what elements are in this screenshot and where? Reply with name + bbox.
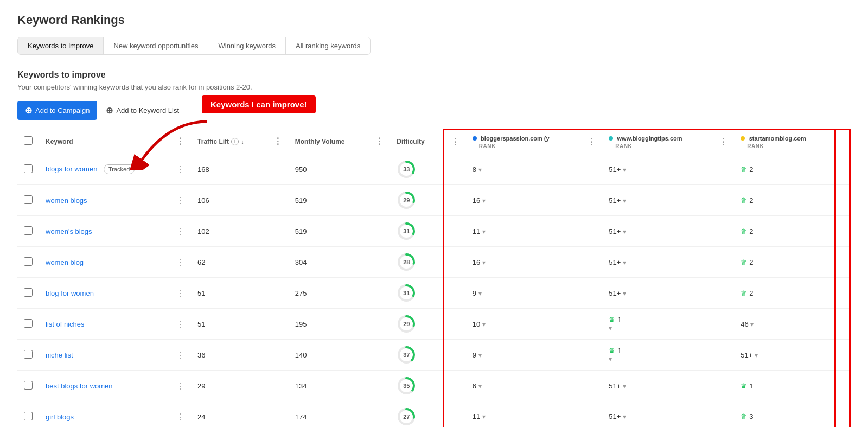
traffic-lift-info-icon[interactable]: i: [231, 138, 239, 145]
site2-rank-cell: 51+ ▾: [602, 185, 712, 216]
volume-col-menu[interactable]: ⋮: [375, 136, 384, 146]
table-row: niche list ⋮ 36 140 37 9 ▾ ♛1 ▾: [17, 340, 850, 371]
tab-winning-keywords[interactable]: Winning keywords: [208, 37, 286, 54]
section-title: Keywords to improve: [17, 70, 851, 80]
keyword-row-menu: ⋮: [169, 247, 191, 278]
site3-rank-cell: 51+ ▾: [734, 340, 835, 371]
difficulty-container: 35: [397, 376, 436, 396]
row-checkbox-cell: [17, 340, 39, 371]
site3-rank-cell: ♛2: [734, 154, 835, 185]
keyword-row-menu-icon[interactable]: ⋮: [176, 195, 184, 206]
site1-rank-cell: 6 ▾: [466, 371, 580, 401]
table-wrapper: Keyword ⋮ Traffic Lift i ↓ ⋮ Monthly Vol…: [17, 129, 851, 427]
page-container: Keyword Rankings Keywords to improve New…: [0, 0, 868, 427]
traffic-lift-cell: 62: [191, 247, 267, 278]
keyword-col-menu[interactable]: ⋮: [176, 136, 184, 146]
row-checkbox[interactable]: [24, 412, 33, 420]
keyword-link[interactable]: girl blogs: [46, 413, 74, 421]
row-checkbox[interactable]: [24, 319, 33, 328]
keyword-link[interactable]: niche list: [46, 351, 73, 359]
keyword-link[interactable]: list of niches: [46, 320, 85, 328]
keyword-link[interactable]: women's blogs: [46, 227, 92, 235]
row-checkbox[interactable]: [24, 195, 33, 204]
site2-col-menu[interactable]: ⋮: [587, 137, 596, 147]
site3-end-cell: [835, 278, 850, 309]
traffic-lift-cell: 24: [191, 401, 267, 428]
row-checkbox[interactable]: [24, 226, 33, 235]
traffic-row-menu: [267, 247, 289, 278]
crown-icon: ♛: [741, 258, 747, 266]
site3-menu-cell: [712, 309, 734, 340]
keyword-row-menu: ⋮: [169, 309, 191, 340]
site1-menu-cell: [443, 371, 466, 401]
site1-col-menu[interactable]: ⋮: [451, 137, 459, 147]
rank-crown-value: ♛2: [741, 289, 828, 297]
site1-menu-cell: [443, 309, 466, 340]
keyword-row-menu-icon[interactable]: ⋮: [176, 350, 184, 360]
difficulty-cell: 33: [390, 154, 443, 185]
crown-icon: ♛: [741, 382, 747, 390]
keyword-row-menu-icon[interactable]: ⋮: [176, 412, 184, 422]
traffic-lift-sort-icon[interactable]: ↓: [241, 138, 244, 145]
difficulty-container: 31: [397, 221, 436, 241]
site1-dot: [473, 136, 477, 141]
keyword-row-menu-icon[interactable]: ⋮: [176, 381, 184, 391]
keyword-link[interactable]: women blogs: [46, 196, 87, 205]
th-traffic-lift: Traffic Lift i ↓: [191, 130, 267, 154]
site1-menu-cell: [443, 185, 466, 216]
difficulty-cell: 31: [390, 216, 443, 247]
th-select-all: [17, 130, 39, 154]
select-all-checkbox[interactable]: [24, 136, 33, 145]
row-checkbox[interactable]: [24, 164, 33, 173]
site3-menu-cell: [712, 278, 734, 309]
difficulty-value: 29: [403, 321, 410, 327]
tab-new-keyword-opportunities[interactable]: New keyword opportunities: [104, 37, 208, 54]
monthly-volume-cell: 140: [289, 340, 369, 371]
keyword-row-menu-icon[interactable]: ⋮: [176, 257, 184, 267]
volume-row-menu: [368, 185, 390, 216]
site2-rank-cell: 51+ ▾: [602, 371, 712, 401]
tab-keywords-to-improve[interactable]: Keywords to improve: [18, 37, 104, 54]
site3-menu-cell: [712, 401, 734, 428]
difficulty-container: 31: [397, 283, 436, 303]
traffic-row-menu: [267, 278, 289, 309]
row-checkbox-cell: [17, 309, 39, 340]
site2-menu-cell: [580, 371, 602, 401]
row-checkbox[interactable]: [24, 381, 33, 390]
difficulty-value: 31: [403, 228, 410, 234]
difficulty-circle: 28: [397, 252, 416, 272]
add-to-campaign-button[interactable]: ⊕ Add to Campaign: [17, 101, 97, 120]
row-checkbox[interactable]: [24, 350, 33, 359]
site3-end-cell: [835, 371, 850, 401]
keyword-row-menu-icon[interactable]: ⋮: [176, 226, 184, 237]
tab-all-ranking-keywords[interactable]: All ranking keywords: [286, 37, 370, 54]
site3-rank-cell: ♛1: [734, 371, 835, 401]
keyword-row-menu-icon[interactable]: ⋮: [176, 319, 184, 329]
volume-row-menu: [368, 154, 390, 185]
keyword-link[interactable]: blogs for women: [46, 165, 97, 173]
site3-col-menu[interactable]: ⋮: [719, 137, 727, 147]
difficulty-value: 27: [403, 413, 410, 420]
site2-rank-value: 51+: [609, 165, 621, 174]
site3-menu-cell: [712, 216, 734, 247]
keyword-row-menu-icon[interactable]: ⋮: [176, 288, 184, 298]
traffic-lift-cell: 36: [191, 340, 267, 371]
keyword-list-btn-label: Add to Keyword List: [116, 106, 179, 114]
site2-rank-cell: 51+ ▾: [602, 247, 712, 278]
table-row: best blogs for women ⋮ 29 134 35 6 ▾ 51: [17, 371, 850, 401]
site1-menu-cell: [443, 340, 466, 371]
traffic-col-menu[interactable]: ⋮: [273, 136, 282, 146]
row-checkbox[interactable]: [24, 257, 33, 266]
crown-icon: ♛: [741, 196, 747, 205]
difficulty-container: 33: [397, 160, 436, 179]
keyword-link[interactable]: blog for women: [46, 289, 94, 297]
keyword-link[interactable]: women blog: [46, 258, 84, 266]
difficulty-value: 35: [403, 383, 410, 389]
row-checkbox[interactable]: [24, 288, 33, 297]
rank-number-value: 9: [473, 289, 476, 297]
add-to-keyword-list-button[interactable]: ⊕ Add to Keyword List: [106, 105, 179, 116]
traffic-row-menu: [267, 371, 289, 401]
keyword-link[interactable]: best blogs for women: [46, 382, 113, 390]
keyword-row-menu-icon[interactable]: ⋮: [176, 164, 184, 175]
site2-menu-cell: [580, 401, 602, 428]
